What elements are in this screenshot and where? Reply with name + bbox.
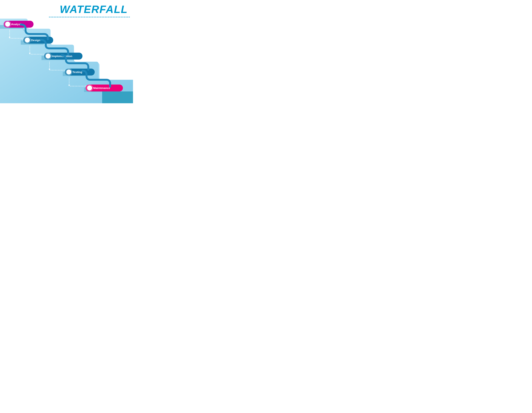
title-underline [49,17,130,17]
svg-text:Testing: Testing [73,71,82,74]
svg-point-29 [66,69,71,74]
svg-point-21 [25,37,30,43]
svg-text:Design: Design [31,39,40,42]
svg-rect-36 [102,92,133,103]
page-title: WATERFALL [60,3,128,15]
svg-point-17 [5,22,10,27]
svg-point-25 [46,54,51,59]
waterfall-diagram: Analysis Design Implementation Testing M… [0,18,133,103]
svg-text:Maintenance: Maintenance [93,86,110,90]
page: WATERFALL [0,0,133,103]
svg-point-33 [87,85,92,91]
